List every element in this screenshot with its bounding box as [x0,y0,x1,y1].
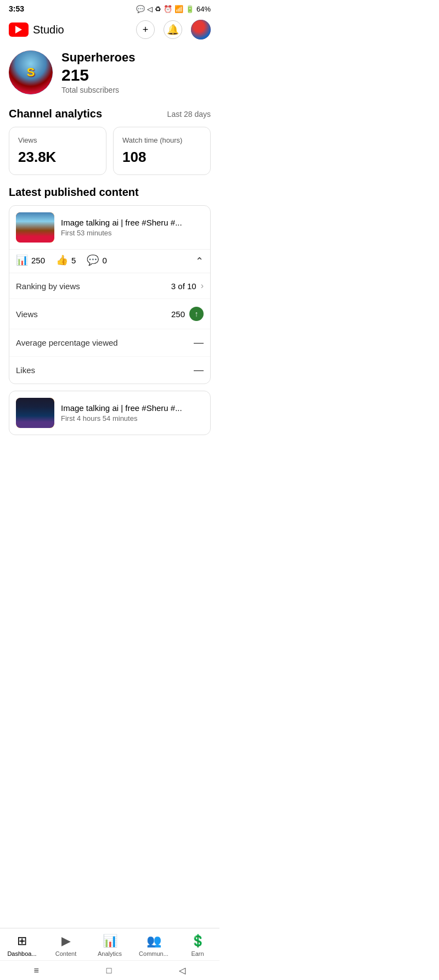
youtube-icon [9,22,29,37]
watch-time-label: Watch time (hours) [122,136,201,144]
content-title-2: Image talking ai | free #Sheru #... [61,403,204,413]
views-detail-count: 250 [171,309,185,319]
bar-chart-icon: 📊 [16,254,28,266]
bell-icon: 🔔 [167,24,179,36]
content-info-1: Image talking ai | free #Sheru #... Firs… [61,218,204,237]
analytics-cards: Views 23.8K Watch time (hours) 108 [0,127,219,186]
recycle-icon: ♻ [155,5,161,13]
views-detail-label: Views [16,309,38,319]
channel-details: Superheroes 215 Total subscribers [61,50,136,94]
channel-name: Superheroes [61,50,136,65]
comments-stat: 💬 0 [87,254,106,266]
status-icons: 💬 ◁ ♻ ⏰ 📶 🔋 64% [136,5,211,13]
analytics-section-header: Channel analytics Last 28 days [0,105,219,127]
comments-count: 0 [102,256,106,265]
views-detail-value-area: 250 ↑ [171,307,204,321]
likes-detail-label: Likes [16,365,35,375]
content-stats-1: 📊 250 👍 5 💬 0 ⌃ [9,249,210,273]
status-bar: 3:53 💬 ◁ ♻ ⏰ 📶 🔋 64% [0,0,219,15]
superman-image [9,50,53,94]
likes-stat: 👍 5 [56,254,76,266]
content-card-2: Image talking ai | free #Sheru #... Firs… [9,391,211,435]
content-item-1[interactable]: Image talking ai | free #Sheru #... Firs… [9,206,210,249]
views-value: 23.8K [18,149,97,166]
latest-content-section: Latest published content Image talking a… [0,186,219,513]
latest-title: Latest published content [9,186,211,199]
content-info-2: Image talking ai | free #Sheru #... Firs… [61,403,204,423]
comment-icon: 💬 [87,254,99,266]
notifications-button[interactable]: 🔔 [164,20,182,39]
content-time-1: First 53 minutes [61,229,204,237]
subscriber-count: 215 [61,66,136,85]
subscriber-label: Total subscribers [61,86,136,94]
channel-avatar [9,50,53,94]
content-item-2[interactable]: Image talking ai | free #Sheru #... Firs… [9,391,210,435]
content-card-1: Image talking ai | free #Sheru #... Firs… [9,205,211,384]
likes-count: 5 [71,256,76,265]
avatar-image [191,20,211,40]
views-stat: 📊 250 [16,254,45,266]
ranking-value: 3 of 10 [171,281,196,291]
ranking-label: Ranking by views [16,281,80,291]
views-card[interactable]: Views 23.8K [9,127,106,175]
trend-up-icon: ↑ [189,307,204,321]
battery-icon: 🔋 [185,5,194,13]
content-title-1: Image talking ai | free #Sheru #... [61,218,204,227]
thumbsup-icon: 👍 [56,254,68,266]
header-actions: + 🔔 [136,20,211,40]
views-count: 250 [31,256,45,265]
views-label: Views [18,136,97,144]
content-time-2: First 4 hours 54 minutes [61,414,204,423]
whatsapp-icon: 💬 [136,5,145,13]
wifi-icon: 📶 [175,5,183,13]
add-icon: + [143,24,149,36]
logo-area: Studio [9,22,64,37]
ranking-value-area: 3 of 10 › [171,281,204,291]
add-button[interactable]: + [136,20,155,39]
views-detail-row: Views 250 ↑ [9,299,210,329]
thumbnail-image-1 [16,212,54,243]
ranking-arrow-icon: › [201,281,204,291]
analytics-period: Last 28 days [167,110,211,119]
content-thumbnail-2 [16,398,54,428]
ranking-row[interactable]: Ranking by views 3 of 10 › [9,273,210,299]
watch-time-value: 108 [122,149,201,166]
avg-viewed-row: Average percentage viewed — [9,329,210,357]
likes-detail-row: Likes — [9,357,210,384]
analytics-title: Channel analytics [9,108,102,120]
status-time: 3:53 [9,4,24,13]
navigation-icon: ◁ [147,5,153,13]
app-header: Studio + 🔔 [0,15,219,46]
watch-time-card[interactable]: Watch time (hours) 108 [113,127,211,175]
content-thumbnail-1 [16,212,54,243]
app-title: Studio [33,24,64,36]
collapse-button[interactable]: ⌃ [195,255,204,267]
avg-viewed-label: Average percentage viewed [16,338,118,347]
battery-percent: 64% [196,5,211,13]
thumbnail-image-2 [16,398,54,428]
avg-viewed-value: — [194,337,204,348]
likes-detail-value: — [194,364,204,376]
content-details-1: Ranking by views 3 of 10 › Views 250 ↑ A… [9,273,210,384]
channel-info: Superheroes 215 Total subscribers [0,46,219,105]
alarm-icon: ⏰ [164,5,172,13]
profile-avatar-button[interactable] [191,20,211,40]
